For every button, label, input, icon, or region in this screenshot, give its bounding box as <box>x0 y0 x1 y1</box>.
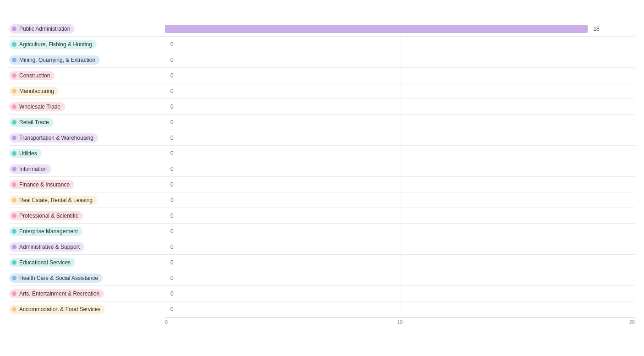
bar-area: 0 <box>165 161 635 176</box>
bar-area: 0 <box>165 270 635 285</box>
grid-line <box>635 192 635 208</box>
pill-dot <box>12 104 16 109</box>
grid-line <box>400 52 400 67</box>
bar-value: 0 <box>170 166 174 172</box>
industry-pill: Administrative & Support <box>9 242 84 252</box>
grid-line <box>400 68 400 83</box>
grid-line <box>400 239 400 254</box>
grid-line <box>400 224 400 239</box>
label-area: Utilities <box>9 149 165 158</box>
pill-dot <box>12 307 16 312</box>
grid-line <box>635 130 635 145</box>
pill-dot <box>12 27 16 31</box>
label-area: Public Administration <box>9 24 165 33</box>
industry-pill: Real Estate, Rental & Leasing <box>9 196 97 205</box>
bar-area: 0 <box>165 239 635 254</box>
pill-dot <box>12 214 16 218</box>
grid-line <box>400 192 400 208</box>
industry-pill: Information <box>9 164 51 174</box>
pill-dot <box>12 151 16 156</box>
pill-dot <box>12 245 16 249</box>
grid-line <box>400 270 400 285</box>
chart-body: Public Administration18Agriculture, Fish… <box>9 21 635 317</box>
bar-row: Transportation & Warehousing0 <box>9 130 635 146</box>
bar-area: 0 <box>165 68 635 83</box>
grid-line <box>400 83 400 99</box>
label-area: Wholesale Trade <box>9 102 165 111</box>
bar-row: Finance & Insurance0 <box>9 177 635 192</box>
label-area: Arts, Entertainment & Recreation <box>9 289 165 298</box>
industry-label: Information <box>19 166 47 172</box>
pill-dot <box>12 58 16 62</box>
bar-value: 0 <box>170 244 174 250</box>
bar-value: 0 <box>170 213 174 219</box>
bar-area: 0 <box>165 208 635 223</box>
label-area: Real Estate, Rental & Leasing <box>9 196 165 205</box>
label-area: Educational Services <box>9 258 165 267</box>
bar-row: Retail Trade0 <box>9 115 635 130</box>
bar-value: 0 <box>170 306 174 312</box>
bar-area: 0 <box>165 83 635 99</box>
x-axis-tick: 10 <box>397 319 403 325</box>
pill-dot <box>12 120 16 125</box>
label-area: Accommodation & Food Services <box>9 305 165 314</box>
industry-label: Utilities <box>19 150 37 157</box>
pill-dot <box>12 167 16 171</box>
industry-label: Arts, Entertainment & Recreation <box>19 290 99 297</box>
industry-label: Mining, Quarrying, & Extraction <box>19 57 95 63</box>
grid-line <box>635 83 635 99</box>
industry-pill: Public Administration <box>9 24 75 33</box>
pill-dot <box>12 73 16 78</box>
bar-value: 18 <box>593 26 599 32</box>
grid-line <box>400 115 400 130</box>
grid-line <box>635 161 635 176</box>
bar-value: 0 <box>170 181 174 188</box>
grid-line <box>635 301 635 317</box>
grid-line <box>400 146 400 161</box>
bar-row: Educational Services0 <box>9 255 635 270</box>
bar-value: 0 <box>170 135 174 141</box>
grid-line <box>635 270 635 285</box>
bar-area: 0 <box>165 130 635 145</box>
industry-pill: Enterprise Management <box>9 227 82 236</box>
industry-pill: Agriculture, Fishing & Hunting <box>9 40 97 49</box>
label-area: Retail Trade <box>9 118 165 127</box>
grid-line <box>635 52 635 67</box>
label-area: Transportation & Warehousing <box>9 133 165 142</box>
label-area: Agriculture, Fishing & Hunting <box>9 40 165 49</box>
pill-dot <box>12 260 16 265</box>
grid-line <box>400 161 400 176</box>
bar-row: Real Estate, Rental & Leasing0 <box>9 192 635 208</box>
industry-label: Manufacturing <box>19 88 54 94</box>
grid-line <box>635 21 635 36</box>
industry-label: Administrative & Support <box>19 244 80 250</box>
industry-pill: Wholesale Trade <box>9 102 65 111</box>
industry-label: Educational Services <box>19 259 71 266</box>
industry-label: Accommodation & Food Services <box>19 306 100 312</box>
bar-row: Mining, Quarrying, & Extraction0 <box>9 52 635 68</box>
bar-value: 0 <box>170 57 174 63</box>
bar-value: 0 <box>170 197 174 203</box>
bar-area: 0 <box>165 99 635 114</box>
grid-line <box>635 286 635 301</box>
industry-pill: Mining, Quarrying, & Extraction <box>9 55 100 65</box>
grid-line <box>635 239 635 254</box>
bar-row: Construction0 <box>9 68 635 83</box>
x-axis: 01020 <box>165 317 635 326</box>
bar-row: Arts, Entertainment & Recreation0 <box>9 286 635 301</box>
bar-value: 0 <box>170 41 174 48</box>
bar-row: Utilities0 <box>9 146 635 161</box>
bar-area: 0 <box>165 224 635 239</box>
industry-pill: Educational Services <box>9 258 75 267</box>
industry-pill: Manufacturing <box>9 87 59 96</box>
bar-area: 0 <box>165 255 635 270</box>
bar-value: 0 <box>170 275 174 281</box>
grid-line <box>635 177 635 192</box>
bar-value: 0 <box>170 150 174 157</box>
label-area: Information <box>9 164 165 174</box>
grid-line <box>635 255 635 270</box>
bar-area: 0 <box>165 301 635 317</box>
industry-pill: Health Care & Social Assistance <box>9 274 103 283</box>
bar-row: Professional & Scientific0 <box>9 208 635 224</box>
bar-value: 0 <box>170 259 174 266</box>
